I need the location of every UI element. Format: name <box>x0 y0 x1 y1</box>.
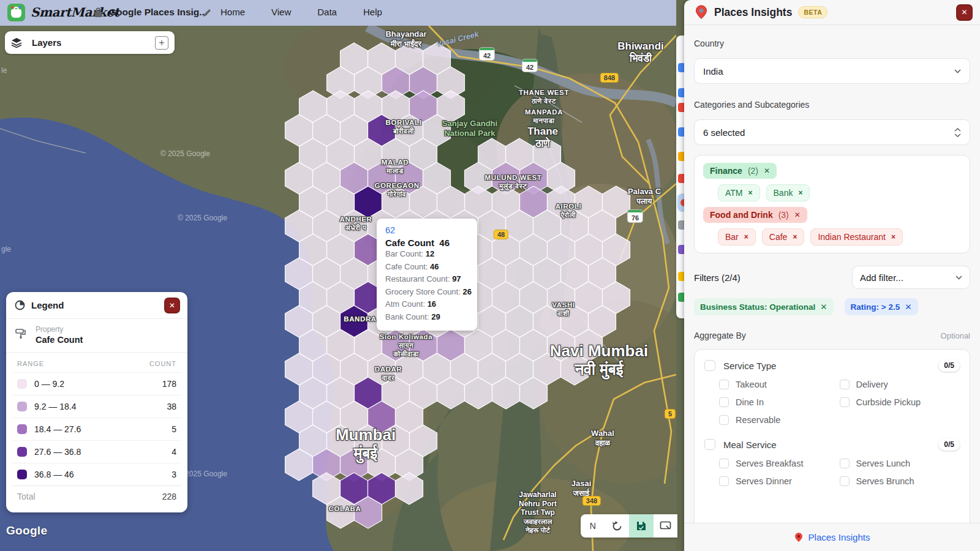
option-serves-brunch[interactable]: Serves Brunch <box>840 476 960 486</box>
subcategory-chip-bar[interactable]: Bar× <box>718 228 756 246</box>
edit-pencil-icon[interactable] <box>202 8 212 18</box>
checkbox-icon[interactable] <box>840 397 850 407</box>
group-count-badge: 0/5 <box>938 438 960 451</box>
collapsed-toolbar-strip[interactable] <box>676 36 684 318</box>
collapsed-tool-icon[interactable] <box>678 127 684 137</box>
collapsed-tool-icon[interactable] <box>678 103 684 112</box>
option-delivery[interactable]: Delivery <box>840 380 960 389</box>
collapsed-tool-icon[interactable] <box>678 220 684 230</box>
checkbox-icon[interactable] <box>719 459 729 468</box>
map-label: MANPADAमानपाडा <box>525 108 563 125</box>
remove-icon[interactable]: ✕ <box>794 211 801 219</box>
filter-chip[interactable]: Rating: > 2.5✕ <box>845 298 918 315</box>
categories-value: 6 selected <box>703 127 954 138</box>
remove-icon[interactable]: × <box>744 233 748 241</box>
collapsed-tool-icon[interactable] <box>678 174 684 183</box>
places-pin-icon <box>695 5 707 20</box>
legend-close-button[interactable]: ✕ <box>164 298 180 313</box>
option-dine-in[interactable]: Dine In <box>719 397 840 407</box>
category-chip-finance[interactable]: Finance(2)✕ <box>703 163 777 179</box>
remove-icon[interactable]: ✕ <box>820 302 827 312</box>
collapsed-tool-icon[interactable] <box>678 245 684 254</box>
option-serves-lunch[interactable]: Serves Lunch <box>840 459 960 468</box>
filter-chip[interactable]: Business Status: Operational✕ <box>694 298 834 315</box>
country-value: India <box>703 66 954 77</box>
subcategory-chip-cafe[interactable]: Cafe× <box>762 228 805 246</box>
north-button[interactable]: N <box>581 514 605 538</box>
checkbox-icon[interactable] <box>719 397 729 407</box>
map-label: VASHIवाशी <box>552 301 575 318</box>
road-badge: 48 <box>494 230 508 239</box>
checkbox-icon[interactable] <box>719 415 729 425</box>
checkbox-icon[interactable] <box>719 476 729 486</box>
menu-view[interactable]: View <box>271 7 291 17</box>
checkbox-icon[interactable] <box>840 459 850 468</box>
road-badge: 5 <box>665 409 676 419</box>
checkbox-icon[interactable] <box>719 380 729 389</box>
places-pin-icon <box>794 532 803 543</box>
road-badge: 42 <box>522 59 537 72</box>
remove-icon[interactable]: ✕ <box>764 167 770 175</box>
checkbox-icon[interactable] <box>840 380 850 389</box>
collapsed-tool-icon[interactable] <box>678 152 684 161</box>
collapsed-tool-icon[interactable] <box>678 88 684 97</box>
option-serves-dinner[interactable]: Serves Dinner <box>719 476 840 486</box>
group-label: Meal Service <box>723 440 938 450</box>
subcategory-chip-bank[interactable]: Bank× <box>766 184 810 201</box>
remove-icon[interactable]: × <box>793 233 797 241</box>
checkbox-meal-service[interactable] <box>704 439 715 450</box>
checkbox-icon[interactable] <box>840 476 850 486</box>
collapsed-tool-icon[interactable] <box>678 63 684 72</box>
option-reservable[interactable]: Reservable <box>719 415 840 425</box>
add-layer-button[interactable]: + <box>155 36 168 50</box>
tooltip-headline: Cafe Count 46 <box>385 238 469 248</box>
remove-icon[interactable]: × <box>798 189 802 197</box>
tooltip-row: Grocery Store Count: 26 <box>385 286 469 299</box>
hex-tooltip: 62 Cafe Count 46 Bar Count: 12Cafe Count… <box>377 219 477 331</box>
option-label: Takeout <box>736 380 767 389</box>
reset-rotation-button[interactable] <box>605 514 630 538</box>
panel-close-button[interactable]: ✕ <box>956 4 973 21</box>
map-label: Thaneठाणे <box>527 126 558 150</box>
aggregate-box: Service Type0/5TakeoutDeliveryDine InCur… <box>694 349 970 523</box>
map-label: Bhayandarमीरा भाईंदर <box>385 29 426 49</box>
collapsed-tool-icon[interactable] <box>678 272 684 281</box>
checkbox-service-type[interactable] <box>704 360 715 371</box>
menu-home[interactable]: Home <box>221 7 245 17</box>
collapsed-tool-icon[interactable] <box>678 293 684 302</box>
map-label: BORIVALIबोरीवली <box>386 118 422 135</box>
remove-icon[interactable]: × <box>748 189 753 197</box>
add-filter-select[interactable]: Add filter... <box>852 266 970 289</box>
legend-swatch <box>17 424 27 434</box>
remove-icon[interactable]: × <box>891 233 895 241</box>
menu-data[interactable]: Data <box>317 7 337 17</box>
subcategory-chip-atm[interactable]: ATM× <box>718 184 760 201</box>
document-title[interactable]: Google Places Insig... <box>109 7 207 18</box>
menu-help[interactable]: Help <box>363 7 382 17</box>
legend-row: 18.4 — 27.65 <box>12 418 181 440</box>
option-curbside-pickup[interactable]: Curbside Pickup <box>840 397 960 407</box>
presentation-button[interactable] <box>654 514 678 538</box>
panel-title: Places Insights <box>714 6 792 19</box>
map-label: GOREGAONगोरेगांव <box>374 181 419 198</box>
footer-places-insights-link[interactable]: Places Insights <box>809 532 870 542</box>
remove-icon[interactable]: ✕ <box>905 302 911 312</box>
option-serves-breakfast[interactable]: Serves Breakfast <box>719 459 840 468</box>
subcategory-chip-indian-restaurant[interactable]: Indian Restaurant× <box>810 228 903 246</box>
property-brush-icon <box>15 328 27 340</box>
layers-icon <box>11 38 22 48</box>
option-takeout[interactable]: Takeout <box>719 380 840 389</box>
lock-icon <box>94 7 103 18</box>
layers-panel[interactable]: Layers + <box>5 31 175 54</box>
country-select[interactable]: India <box>694 58 970 84</box>
option-label: Serves Breakfast <box>736 459 803 468</box>
categories-select[interactable]: 6 selected <box>694 119 970 145</box>
map-label: MULUND WESTमुलुंड वेस्ट <box>485 173 542 190</box>
map-watermark: gle <box>1 245 11 253</box>
save-view-button[interactable] <box>629 514 654 538</box>
map-label: Navi Mumbaiनवी मुंबई <box>550 342 648 378</box>
places-insights-panel: Places Insights BETA ✕ Country India Cat… <box>684 0 980 551</box>
selected-tool-highlight[interactable] <box>677 193 684 212</box>
category-chip-food-and-drink[interactable]: Food and Drink(3)✕ <box>703 207 807 223</box>
legend-property-label: Property <box>36 325 83 334</box>
